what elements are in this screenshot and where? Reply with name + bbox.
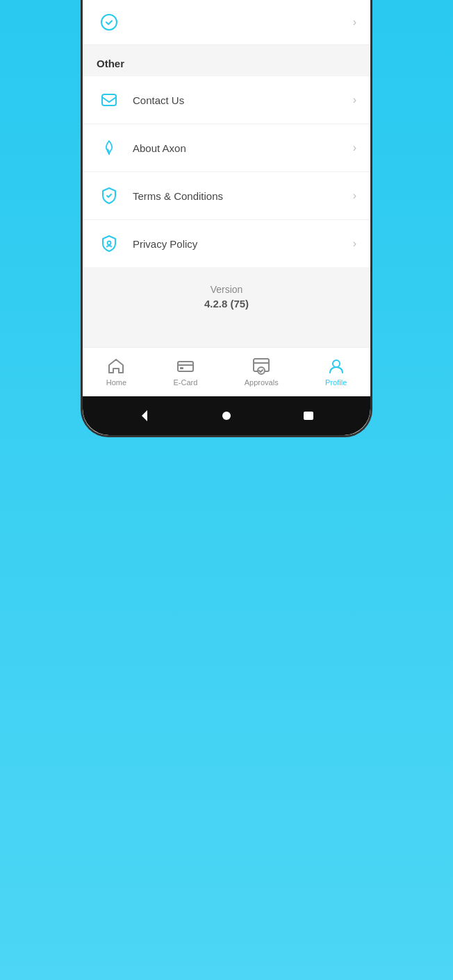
profile-icon bbox=[327, 357, 345, 375]
android-home-button[interactable] bbox=[217, 406, 236, 425]
top-partial-item[interactable]: › bbox=[83, 0, 370, 45]
terms-label: Terms & Conditions bbox=[133, 190, 353, 202]
approvals-label: Approvals bbox=[245, 378, 279, 387]
terms-icon bbox=[97, 183, 122, 208]
privacy-label: Privacy Policy bbox=[133, 238, 353, 250]
phone-wrapper: › Other Contact Us › bbox=[81, 0, 372, 437]
svg-rect-1 bbox=[102, 94, 116, 105]
android-recents-button[interactable] bbox=[299, 406, 318, 425]
partial-chevron: › bbox=[353, 16, 356, 28]
menu-item-contact-us[interactable]: Contact Us › bbox=[83, 76, 370, 124]
nav-item-profile[interactable]: Profile bbox=[314, 355, 358, 389]
contact-us-icon bbox=[97, 87, 122, 112]
approvals-icon bbox=[252, 357, 270, 375]
home-icon bbox=[107, 357, 125, 375]
android-back-button[interactable] bbox=[135, 406, 154, 425]
svg-marker-10 bbox=[142, 410, 147, 421]
phone-screen: › Other Contact Us › bbox=[81, 0, 372, 437]
contact-us-label: Contact Us bbox=[133, 94, 353, 106]
about-axon-icon bbox=[97, 135, 122, 160]
nav-item-home[interactable]: Home bbox=[95, 355, 138, 389]
svg-rect-12 bbox=[304, 412, 313, 420]
svg-point-2 bbox=[108, 242, 111, 245]
menu-item-terms[interactable]: Terms & Conditions › bbox=[83, 172, 370, 220]
other-section-label: Other bbox=[83, 45, 370, 76]
partial-icon bbox=[97, 10, 122, 35]
android-nav-bar bbox=[83, 396, 370, 435]
privacy-chevron: › bbox=[353, 237, 356, 250]
version-label: Version bbox=[97, 284, 356, 295]
nav-item-ecard[interactable]: E-Card bbox=[162, 355, 208, 389]
spacer bbox=[83, 326, 370, 347]
menu-item-privacy[interactable]: Privacy Policy › bbox=[83, 220, 370, 267]
about-axon-label: About Axon bbox=[133, 142, 353, 154]
svg-rect-3 bbox=[178, 362, 193, 371]
svg-point-9 bbox=[333, 360, 340, 367]
contact-us-chevron: › bbox=[353, 94, 356, 106]
about-axon-chevron: › bbox=[353, 142, 356, 154]
nav-item-approvals[interactable]: Approvals bbox=[233, 355, 290, 389]
terms-chevron: › bbox=[353, 189, 356, 202]
ecard-icon bbox=[176, 357, 195, 375]
home-label: Home bbox=[106, 378, 126, 387]
svg-rect-5 bbox=[180, 367, 183, 369]
menu-card: Contact Us › About Axon › bbox=[83, 76, 370, 267]
bottom-nav: Home E-Card Approvals bbox=[83, 347, 370, 396]
svg-point-11 bbox=[222, 412, 231, 420]
version-section: Version 4.2.8 (75) bbox=[83, 267, 370, 326]
privacy-icon bbox=[97, 231, 122, 256]
version-number: 4.2.8 (75) bbox=[97, 298, 356, 310]
ecard-label: E-Card bbox=[173, 378, 197, 387]
profile-label: Profile bbox=[325, 378, 347, 387]
menu-item-about-axon[interactable]: About Axon › bbox=[83, 124, 370, 172]
svg-point-0 bbox=[101, 15, 117, 30]
